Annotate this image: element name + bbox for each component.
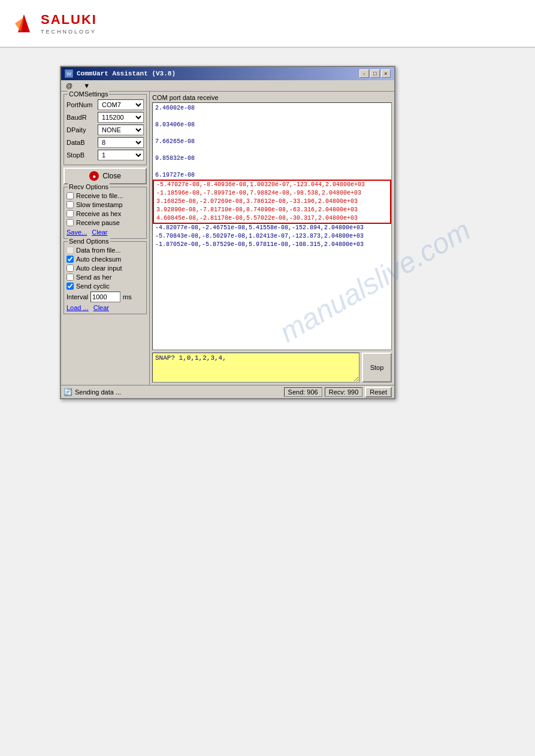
logo-text-block: SALUKI TECHNOLOGY — [41, 12, 97, 35]
logo-container: SALUKI TECHNOLOGY — [12, 11, 97, 35]
send-count-panel: Send: 906 — [284, 387, 322, 397]
com-settings-title: COMSettings — [68, 90, 109, 98]
recv-line — [155, 146, 389, 154]
recv-line-highlighted: 3.92890e-08,-7.81710e-08,8.74890e-08,-63… — [156, 206, 388, 214]
stopb-label: StopB — [67, 151, 96, 159]
close-window-button[interactable]: × — [381, 69, 391, 78]
right-panel: COM port data receive 2.46002e-08 8.0340… — [150, 92, 394, 385]
auto-checksum-checkbox[interactable] — [67, 256, 74, 263]
recv-line: 7.66265e-08 — [155, 138, 389, 146]
interval-row: Interval ms — [67, 292, 144, 302]
datab-label: DataB — [67, 139, 96, 146]
recv-line: 6.19727e-08 — [155, 171, 389, 180]
show-timestamp-label: Slow timestamp — [76, 201, 123, 208]
close-button-label: Close — [102, 172, 121, 180]
recv-line — [155, 113, 389, 121]
recv-line: 9.85832e-08 — [155, 154, 389, 163]
stopb-select[interactable]: 1 — [98, 150, 144, 160]
send-cyclic-checkbox[interactable] — [67, 283, 74, 290]
left-panel: COMSettings PortNum COM7 BaudR 115200 — [61, 92, 150, 385]
recv-to-file-label: Receive to file... — [76, 192, 123, 199]
recv-line: 8.03406e-08 — [155, 121, 389, 129]
recv-area[interactable]: 2.46002e-08 8.03406e-08 7.66265e-08 9.85… — [152, 102, 392, 350]
recv-line: 2.46002e-08 — [155, 104, 389, 113]
logo-subtitle: TECHNOLOGY — [41, 29, 97, 35]
interval-input[interactable] — [90, 292, 120, 302]
baudr-row: BaudR 115200 — [67, 112, 144, 123]
recv-line: -1.87052e-08,-5.87529e-08,5.97811e-08,-1… — [155, 241, 389, 249]
data-from-file-checkbox[interactable] — [67, 247, 74, 254]
datab-select[interactable]: 8 — [98, 137, 144, 148]
recv-options-title: Recv Options — [68, 183, 110, 190]
dpaity-select[interactable]: NONE — [98, 125, 144, 135]
recv-line — [155, 163, 389, 171]
recv-pause-row: Receive pause — [67, 219, 144, 226]
send-as-hex-checkbox[interactable] — [67, 274, 74, 281]
menubar-item-icon[interactable]: @ — [64, 81, 75, 90]
baudr-label: BaudR — [67, 114, 96, 121]
recv-options-content: Receive to file... Slow timestamp Receiv… — [67, 192, 144, 236]
interval-unit: ms — [123, 293, 132, 300]
titlebar-buttons: - □ × — [359, 69, 391, 78]
reset-button[interactable]: Reset — [365, 387, 392, 397]
recv-as-hex-label: Receive as hex — [76, 210, 121, 217]
recv-to-file-checkbox[interactable] — [67, 192, 74, 199]
recv-clear-button[interactable]: Clear — [92, 229, 107, 236]
auto-checksum-label: Auto checksum — [76, 256, 121, 263]
recv-line: -4.82077e-08,-2.46751e-08,5.41558e-08,-1… — [155, 224, 389, 232]
data-from-file-row: Data from file... — [67, 247, 144, 254]
saluki-logo-icon — [12, 11, 36, 35]
com-settings-group: COMSettings PortNum COM7 BaudR 115200 — [64, 94, 147, 165]
dpaity-row: DPaity NONE — [67, 125, 144, 135]
window-body: COMSettings PortNum COM7 BaudR 115200 — [61, 92, 394, 385]
load-button[interactable]: Load ... — [67, 304, 89, 311]
titlebar-left: W CommUart Assistant (V3.8) — [65, 69, 176, 78]
send-options-title: Send Options — [68, 238, 110, 245]
recv-pause-label: Receive pause — [76, 219, 120, 226]
auto-clear-row: Auto clear input — [67, 265, 144, 272]
header: SALUKI TECHNOLOGY — [0, 0, 535, 48]
window-title: CommUart Assistant (V3.8) — [77, 70, 176, 77]
recv-line — [155, 129, 389, 138]
auto-clear-checkbox[interactable] — [67, 265, 74, 272]
status-text: Sending data ... — [75, 388, 282, 396]
recv-to-file-row: Receive to file... — [67, 192, 144, 199]
recv-as-hex-row: Receive as hex — [67, 210, 144, 217]
minimize-button[interactable]: - — [359, 69, 369, 78]
load-clear-row: Load ... Clear — [67, 304, 144, 311]
auto-checksum-row: Auto checksum — [67, 256, 144, 263]
status-icon: 🔄 — [64, 388, 72, 396]
titlebar: W CommUart Assistant (V3.8) - □ × — [61, 67, 394, 80]
show-timestamp-checkbox[interactable] — [67, 201, 74, 208]
recv-pause-checkbox[interactable] — [67, 219, 74, 226]
save-button[interactable]: Save... — [67, 229, 87, 236]
auto-clear-label: Auto clear input — [76, 265, 122, 272]
close-button-icon: ● — [89, 171, 99, 181]
send-input[interactable]: SNAP? 1,0,1,2,3,4, — [152, 353, 359, 382]
menubar: @ ▼ — [61, 80, 394, 92]
commuart-window: W CommUart Assistant (V3.8) - □ × @ ▼ CO… — [60, 66, 395, 399]
send-as-hex-label: Send as her — [76, 274, 111, 281]
stop-button[interactable]: Stop — [362, 353, 392, 382]
send-area-container: SNAP? 1,0,1,2,3,4, Stop — [152, 353, 392, 382]
send-cyclic-label: Send cyclic — [76, 283, 110, 290]
dpaity-label: DPaity — [67, 126, 96, 133]
highlighted-section: -5.47027e-08,-8.40936e-08,1.00320e-07,-1… — [153, 180, 391, 224]
portnum-select[interactable]: COM7 — [98, 99, 144, 110]
send-clear-button[interactable]: Clear — [93, 304, 109, 311]
recv-as-hex-checkbox[interactable] — [67, 210, 74, 217]
baudr-select[interactable]: 115200 — [98, 112, 144, 123]
recv-options-group: Recv Options Receive to file... Slow tim… — [64, 187, 147, 239]
statusbar: 🔄 Sending data ... Send: 906 Recv: 990 R… — [61, 385, 394, 398]
close-button[interactable]: ● Close — [64, 168, 147, 184]
logo-name: SALUKI — [41, 12, 97, 28]
com-settings-content: PortNum COM7 BaudR 115200 — [67, 99, 144, 160]
portnum-label: PortNum — [67, 101, 96, 108]
menubar-item-dropdown[interactable]: ▼ — [81, 81, 92, 90]
recv-line-highlighted: -5.47027e-08,-8.40936e-08,1.00320e-07,-1… — [156, 181, 388, 189]
maximize-button[interactable]: □ — [370, 69, 380, 78]
send-cyclic-row: Send cyclic — [67, 283, 144, 290]
datab-row: DataB 8 — [67, 137, 144, 148]
portnum-row: PortNum COM7 — [67, 99, 144, 110]
send-options-group: Send Options Data from file... Auto chec… — [64, 241, 147, 314]
